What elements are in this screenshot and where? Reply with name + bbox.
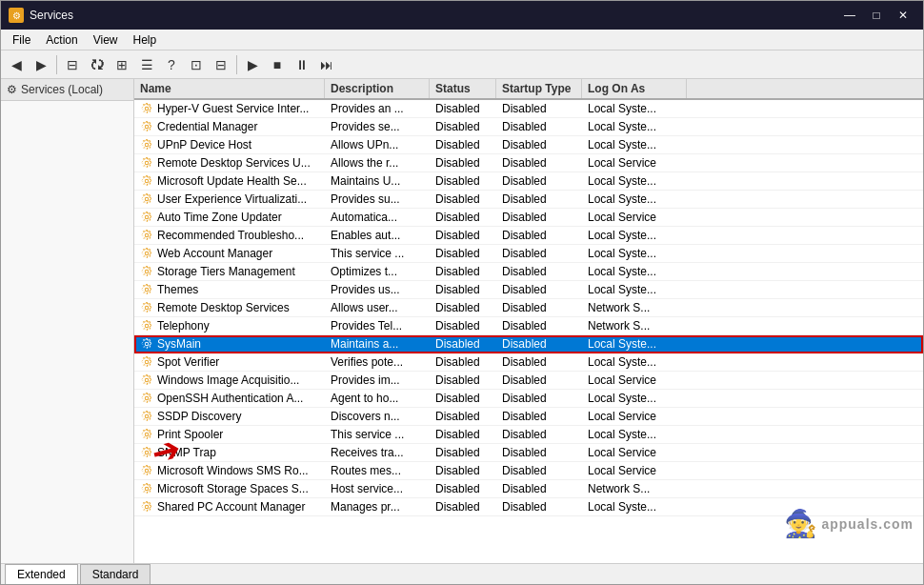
- table-row[interactable]: Microsoft Storage Spaces S...Host servic…: [134, 480, 923, 498]
- show-hide-button[interactable]: ⊟: [61, 53, 84, 76]
- table-row[interactable]: SNMP TrapReceives tra...DisabledDisabled…: [134, 444, 923, 462]
- restart-button[interactable]: ⏭: [315, 53, 338, 76]
- table-row[interactable]: SSDP DiscoveryDiscovers n...DisabledDisa…: [134, 408, 923, 426]
- table-row[interactable]: Microsoft Update Health Se...Maintains U…: [134, 172, 923, 191]
- gear-icon: [140, 229, 153, 242]
- back-button[interactable]: ◀: [5, 53, 28, 76]
- gear-icon: [140, 211, 153, 224]
- col-header-status[interactable]: Status: [430, 79, 496, 98]
- help-button[interactable]: ?: [160, 53, 183, 76]
- table-body[interactable]: Hyper-V Guest Service Inter...Provides a…: [134, 100, 923, 563]
- tab-bar: Extended Standard: [1, 563, 923, 584]
- table-row[interactable]: User Experience Virtualizati...Provides …: [134, 191, 923, 209]
- gear-icon: [140, 174, 153, 188]
- left-panel: ⚙ Services (Local): [1, 79, 134, 563]
- table-row[interactable]: Print SpoolerThis service ...DisabledDis…: [134, 426, 923, 444]
- menu-view[interactable]: View: [86, 31, 126, 49]
- services-window: ⚙ Services — □ ✕ File Action View Help ◀…: [0, 0, 924, 585]
- col-header-startup[interactable]: Startup Type: [496, 79, 582, 98]
- left-panel-title: Services (Local): [21, 83, 103, 96]
- services-panel: ➔ Name Description Status Startup Type L…: [134, 79, 923, 563]
- gear-icon: [140, 138, 153, 151]
- tab-extended[interactable]: Extended: [5, 564, 78, 584]
- gear-icon: [140, 482, 153, 495]
- table-row[interactable]: Credential ManagerProvides se...Disabled…: [134, 118, 923, 136]
- maximize-button[interactable]: □: [864, 6, 889, 25]
- title-bar: ⚙ Services — □ ✕: [1, 1, 923, 30]
- start-button[interactable]: ▶: [241, 53, 264, 76]
- toolbar-sep-2: [236, 55, 237, 74]
- export-button[interactable]: ⊞: [110, 53, 133, 76]
- table-row[interactable]: UPnP Device HostAllows UPn...DisabledDis…: [134, 136, 923, 154]
- forward-button[interactable]: ▶: [30, 53, 52, 76]
- gear-icon: [140, 373, 153, 387]
- stop-button[interactable]: ■: [266, 53, 289, 76]
- list-button[interactable]: ⊟: [210, 53, 232, 76]
- gear-icon: [140, 410, 153, 423]
- table-row[interactable]: Auto Time Zone UpdaterAutomatica...Disab…: [134, 209, 923, 227]
- table-row[interactable]: OpenSSH Authentication A...Agent to ho..…: [134, 390, 923, 408]
- window-title: Services: [30, 9, 837, 22]
- gear-icon: [140, 301, 153, 314]
- table-row[interactable]: Storage Tiers ManagementOptimizes t...Di…: [134, 263, 923, 281]
- main-content: ⚙ Services (Local) ➔ Name Description St…: [1, 79, 923, 563]
- gear-icon: [140, 102, 153, 115]
- window-icon: ⚙: [9, 8, 24, 23]
- table-row[interactable]: ThemesProvides us...DisabledDisabledLoca…: [134, 281, 923, 299]
- left-panel-header: ⚙ Services (Local): [1, 79, 133, 101]
- properties-button[interactable]: ☰: [135, 53, 158, 76]
- col-header-desc[interactable]: Description: [325, 79, 430, 98]
- col-header-name[interactable]: Name: [134, 79, 325, 98]
- menu-help[interactable]: Help: [126, 31, 165, 49]
- menu-bar: File Action View Help: [1, 30, 923, 50]
- refresh-button[interactable]: 🗘: [86, 53, 109, 76]
- watermark-icon: 🧙: [784, 508, 817, 539]
- window-controls: — □ ✕: [837, 6, 915, 25]
- table-row[interactable]: SysMainMaintains a...DisabledDisabledLoc…: [134, 335, 923, 353]
- gear-icon: [140, 464, 153, 477]
- gear-icon: [140, 156, 153, 170]
- close-button[interactable]: ✕: [891, 6, 915, 25]
- table-row[interactable]: Windows Image Acquisitio...Provides im..…: [134, 372, 923, 390]
- menu-action[interactable]: Action: [38, 31, 85, 49]
- table-row[interactable]: Remote Desktop ServicesAllows user...Dis…: [134, 299, 923, 317]
- toolbar-sep-1: [56, 55, 57, 74]
- minimize-button[interactable]: —: [837, 6, 862, 25]
- table-row[interactable]: Microsoft Windows SMS Ro...Routes mes...…: [134, 462, 923, 480]
- gear-icon: [140, 337, 153, 351]
- table-row[interactable]: Spot VerifierVerifies pote...DisabledDis…: [134, 353, 923, 372]
- table-row[interactable]: Web Account ManagerThis service ...Disab…: [134, 245, 923, 263]
- table-row[interactable]: Remote Desktop Services U...Allows the r…: [134, 154, 923, 172]
- watermark: 🧙 appuals.com: [784, 508, 914, 539]
- gear-icon: [140, 392, 153, 405]
- table-row[interactable]: Recommended Troublesho...Enables aut...D…: [134, 227, 923, 245]
- table-header: Name Description Status Startup Type Log…: [134, 79, 923, 100]
- gear-icon: [140, 283, 153, 296]
- gear-icon: [140, 319, 153, 333]
- view-button[interactable]: ⊡: [185, 53, 208, 76]
- gear-icon: [140, 120, 153, 133]
- table-row[interactable]: Hyper-V Guest Service Inter...Provides a…: [134, 100, 923, 118]
- gear-icon: [140, 247, 153, 260]
- toolbar: ◀ ▶ ⊟ 🗘 ⊞ ☰ ? ⊡ ⊟ ▶ ■ ⏸ ⏭: [1, 50, 923, 79]
- services-icon: ⚙: [7, 83, 17, 96]
- menu-file[interactable]: File: [5, 31, 38, 49]
- gear-icon: [140, 446, 153, 459]
- gear-icon: [140, 355, 153, 369]
- tab-standard[interactable]: Standard: [80, 564, 151, 584]
- gear-icon: [140, 265, 153, 278]
- pause-button[interactable]: ⏸: [291, 53, 313, 76]
- gear-icon: [140, 428, 153, 441]
- watermark-text: appuals.com: [821, 516, 914, 532]
- table-row[interactable]: TelephonyProvides Tel...DisabledDisabled…: [134, 317, 923, 335]
- gear-icon: [140, 192, 153, 206]
- col-header-logon[interactable]: Log On As: [582, 79, 687, 98]
- gear-icon: [140, 500, 153, 514]
